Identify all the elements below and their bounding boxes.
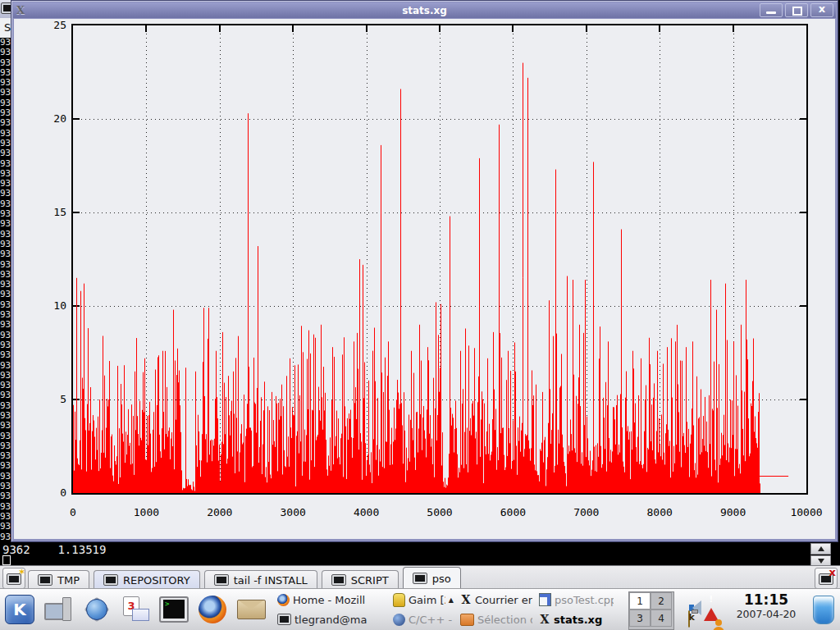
tray-klipper[interactable] bbox=[688, 611, 690, 627]
terminal-cursor bbox=[2, 555, 11, 565]
konsole-tab-repository[interactable]: REPOSITORY bbox=[94, 570, 200, 589]
konsole-menubar[interactable]: S bbox=[0, 18, 11, 38]
taskbar-entry-stats-xg[interactable]: Xstats.xg bbox=[536, 610, 617, 628]
pager-desktop-4[interactable]: 4 bbox=[651, 609, 672, 627]
x-axis-tick-label: 9000 bbox=[720, 506, 746, 518]
konqueror-icon bbox=[82, 595, 112, 624]
pager-desktop-2[interactable]: 2 bbox=[651, 592, 672, 609]
konsole-icon bbox=[277, 614, 291, 625]
terminal-line: 93 bbox=[0, 118, 11, 128]
close-session-button[interactable]: x bbox=[815, 568, 838, 589]
kicker-panel: K Home - MozillGaim [2]▲XCourrier entrps… bbox=[0, 588, 840, 630]
eclipse-icon bbox=[393, 614, 405, 626]
terminal-icon bbox=[214, 574, 229, 586]
taskbar-entry-label: tlegrand@ma bbox=[294, 614, 367, 626]
taskbar-entry-label: Home - Mozill bbox=[293, 594, 365, 606]
y-axis-tick-label: 10 bbox=[40, 299, 66, 312]
terminal-line: 93 bbox=[0, 361, 11, 371]
system-tray bbox=[678, 591, 722, 629]
kate-icon bbox=[539, 593, 551, 606]
y-axis-tick-label: 15 bbox=[40, 206, 66, 218]
konsole-scrollbar[interactable] bbox=[810, 543, 831, 568]
taskbar-entry-label: Courrier entr bbox=[475, 594, 532, 606]
taskbar-entry-c-c-make[interactable]: C/C++ - Make bbox=[390, 610, 457, 628]
x-axis-tick-label: 4000 bbox=[354, 506, 379, 518]
terminal-line: 93 bbox=[0, 350, 11, 360]
konsole-output-strip: 9362 1.13519 bbox=[0, 542, 840, 565]
system-icon bbox=[44, 597, 72, 622]
close-button[interactable] bbox=[810, 3, 833, 17]
alarm-icon bbox=[704, 592, 719, 621]
konsole-tabs: TMPREPOSITORYtail -f INSTALLSCRIPTpso bbox=[28, 566, 465, 589]
glass-applet-icon[interactable] bbox=[813, 596, 834, 624]
taskbar-entry-courrier-entr[interactable]: XCourrier entr bbox=[457, 591, 536, 609]
tab-label: SCRIPT bbox=[351, 574, 389, 587]
terminal-line: 93 bbox=[0, 421, 11, 431]
launcher-kmenu[interactable]: K bbox=[4, 593, 35, 626]
x-axis-tick-label: 2000 bbox=[207, 506, 232, 518]
taskbar-entry-s-lection-d-a[interactable]: Sélection d'a bbox=[457, 610, 536, 628]
terminal-icon bbox=[413, 573, 427, 584]
launcher-system[interactable] bbox=[43, 593, 74, 626]
konsole-scrollback-sliver: 9393939393939393939393939393939393939393… bbox=[0, 38, 11, 542]
launcher-kmail[interactable] bbox=[235, 593, 267, 626]
x-axis-tick-label: 7000 bbox=[573, 506, 599, 518]
taskbar-entry-label: C/C++ - Make bbox=[409, 614, 454, 626]
firefox-icon bbox=[199, 596, 226, 623]
taskbar-entry-label: Gaim [2] bbox=[409, 594, 445, 606]
terminal-line: 93 bbox=[0, 461, 11, 471]
x-axis-tick-label: 6000 bbox=[500, 506, 526, 518]
desktop: S 93939393939393939393939393939393939393… bbox=[0, 0, 840, 630]
taskbar-entry-tlegrand-ma[interactable]: tlegrand@ma bbox=[274, 610, 390, 628]
taskbar-entry-home-mozill[interactable]: Home - Mozill bbox=[274, 591, 390, 609]
y-axis-tick-label: 20 bbox=[40, 112, 66, 125]
y-axis-tick-label: 0 bbox=[40, 486, 66, 499]
konsole-tab-tail-f-install[interactable]: tail -f INSTALL bbox=[204, 570, 317, 589]
launcher-konsole[interactable] bbox=[158, 593, 189, 626]
x-axis-tick-label: 0 bbox=[70, 506, 76, 518]
launcher-kontact[interactable] bbox=[120, 593, 151, 626]
konsole-tab-tmp[interactable]: TMP bbox=[28, 570, 89, 589]
plot-canvas[interactable] bbox=[73, 25, 806, 493]
x-axis-tick-label: 3000 bbox=[281, 506, 306, 518]
taskbar-entry-psotest-cpp-[interactable]: psoTest.cpp - bbox=[536, 591, 617, 609]
tab-label: TMP bbox=[57, 574, 80, 587]
tray-alarm[interactable] bbox=[704, 592, 719, 608]
taskbar-entry-label: stats.xg bbox=[554, 614, 602, 626]
taskbar-entry-gaim-2-[interactable]: Gaim [2]▲ bbox=[390, 591, 457, 609]
konsole-titlebar-sliver bbox=[0, 0, 11, 18]
clock-applet[interactable]: 11:15 2007-04-20 bbox=[725, 591, 807, 620]
firefox-icon bbox=[277, 594, 290, 606]
tab-label: REPOSITORY bbox=[123, 574, 190, 587]
pager-desktop-3[interactable]: 3 bbox=[629, 609, 651, 627]
launcher-firefox[interactable] bbox=[197, 593, 228, 626]
xgraph-canvas-area: 0510152025010002000300040005000600070008… bbox=[14, 19, 835, 539]
terminal-line: 93 bbox=[0, 390, 11, 400]
konsole-tab-pso[interactable]: pso bbox=[403, 567, 461, 589]
new-session-button[interactable]: * bbox=[2, 568, 25, 589]
terminal-icon bbox=[38, 574, 52, 586]
terminal-icon bbox=[103, 574, 118, 586]
terminal-icon bbox=[331, 574, 346, 586]
taskbar-entry-label: Sélection d'a bbox=[477, 614, 532, 626]
xgraph-titlebar[interactable]: X stats.xg bbox=[13, 2, 836, 18]
new-session-spark-icon: * bbox=[19, 567, 25, 579]
chevron-up-icon[interactable]: ▲ bbox=[449, 596, 454, 604]
gaim-icon bbox=[393, 593, 405, 607]
konsole-tab-script[interactable]: SCRIPT bbox=[322, 570, 399, 589]
clock-date: 2007-04-20 bbox=[725, 608, 807, 620]
launcher-konqueror[interactable] bbox=[81, 593, 112, 626]
maximize-button[interactable] bbox=[785, 3, 808, 17]
x-axis-tick-label: 1000 bbox=[134, 506, 159, 518]
window-controls bbox=[760, 3, 833, 17]
taskbar: Home - MozillGaim [2]▲XCourrier entrpsoT… bbox=[274, 590, 617, 630]
terminal-line: 93 bbox=[0, 88, 11, 98]
kmail-icon bbox=[237, 600, 266, 619]
pager-desktop-1[interactable]: 1 bbox=[629, 592, 651, 609]
scroll-up-icon[interactable] bbox=[810, 543, 831, 555]
terminal-line: 93 bbox=[0, 48, 11, 57]
xgraph-window: X stats.xg 05101520250100020003000400050… bbox=[11, 0, 838, 542]
terminal-line: 93 bbox=[0, 159, 11, 169]
minimize-button[interactable] bbox=[760, 3, 783, 17]
terminal-line: 93 bbox=[0, 260, 11, 270]
